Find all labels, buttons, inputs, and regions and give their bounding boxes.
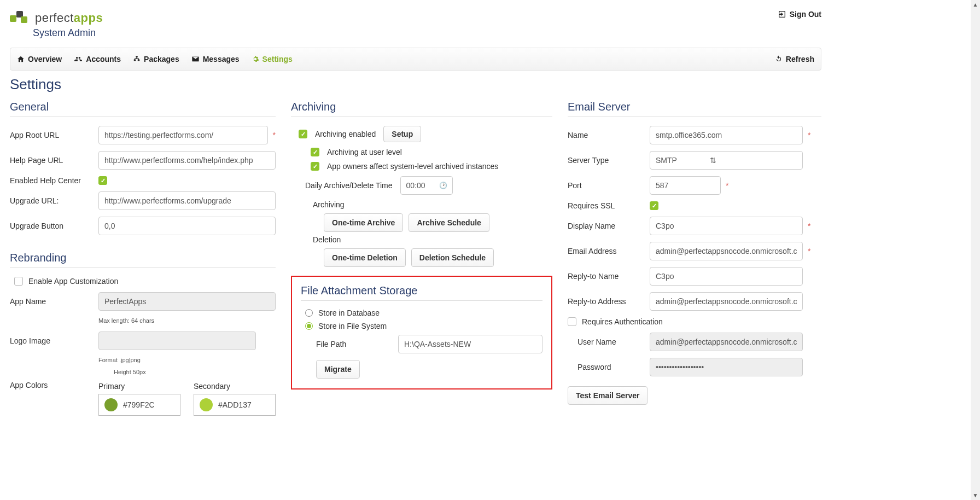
migrate-button[interactable]: Migrate xyxy=(316,360,360,379)
navbar: Overview Accounts Packages Messages Sett… xyxy=(10,48,821,71)
gear-icon xyxy=(252,55,259,63)
nav-packages[interactable]: Packages xyxy=(133,55,179,63)
upgrade-button-input[interactable] xyxy=(98,217,276,235)
nav-settings[interactable]: Settings xyxy=(252,55,293,63)
file-path-input[interactable] xyxy=(398,335,542,353)
reply-address-input[interactable] xyxy=(650,292,803,311)
sitemap-icon xyxy=(133,55,141,63)
primary-color-picker[interactable]: #799F2C xyxy=(98,394,180,416)
archiving-owners-checkbox[interactable] xyxy=(311,162,319,171)
archive-schedule-button[interactable]: Archive Schedule xyxy=(409,213,489,232)
archiving-user-level-checkbox[interactable] xyxy=(311,148,319,156)
app-name-input[interactable] xyxy=(98,292,276,311)
logo-image-input[interactable] xyxy=(98,332,256,350)
port-label: Port xyxy=(568,181,650,190)
help-page-url-label: Help Page URL xyxy=(10,156,98,165)
email-name-label: Name xyxy=(568,131,650,139)
upgrade-url-label: Upgrade URL: xyxy=(10,196,98,205)
email-address-label: Email Address xyxy=(568,247,650,255)
app-root-url-label: App Root URL xyxy=(10,131,98,139)
scroll-down-arrow[interactable]: ▼ xyxy=(971,491,980,500)
app-name-label: App Name xyxy=(10,297,98,306)
deletion-schedule-button[interactable]: Deletion Schedule xyxy=(411,248,494,267)
help-page-url-input[interactable] xyxy=(98,151,276,170)
scroll-up-arrow[interactable]: ▲ xyxy=(971,0,980,9)
requires-ssl-checkbox[interactable] xyxy=(650,201,658,210)
display-name-input[interactable] xyxy=(650,217,803,235)
store-in-filesystem-label: Store in File System xyxy=(318,322,387,330)
file-attachment-storage-panel: File Attachment Storage Store in Databas… xyxy=(291,276,552,389)
sign-out-icon xyxy=(778,10,786,19)
secondary-color-picker[interactable]: #ADD137 xyxy=(194,394,276,416)
daily-archive-time-label: Daily Archive/Delete Time xyxy=(305,181,393,190)
enabled-help-label: Enabled Help Center xyxy=(10,176,98,185)
requires-auth-checkbox[interactable] xyxy=(568,317,576,326)
primary-color-swatch xyxy=(104,398,118,411)
store-in-database-label: Store in Database xyxy=(318,309,380,317)
nav-overview[interactable]: Overview xyxy=(17,55,62,63)
app-root-url-input[interactable] xyxy=(98,126,268,144)
required-marker: * xyxy=(273,131,276,139)
requires-ssl-label: Requires SSL xyxy=(568,201,650,210)
archiving-enabled-checkbox[interactable] xyxy=(299,130,307,138)
page-scrollbar[interactable]: ▲ ▼ xyxy=(971,0,980,500)
archiving-group-label: Archiving xyxy=(313,200,552,209)
user-name-label: User Name xyxy=(578,338,650,346)
refresh-button[interactable]: Refresh xyxy=(775,55,814,63)
reply-name-input[interactable] xyxy=(650,267,803,286)
brand-subtitle: System Admin xyxy=(33,27,103,39)
home-icon xyxy=(17,55,25,63)
store-in-filesystem-radio[interactable] xyxy=(305,322,313,330)
server-type-label: Server Type xyxy=(568,156,650,165)
archiving-section-title: Archiving xyxy=(291,101,552,117)
logo-format-note: Format .jpg|png xyxy=(98,357,276,363)
archiving-user-level-label: Archiving at user level xyxy=(327,148,402,156)
app-name-note: Max length: 64 chars xyxy=(98,317,276,324)
password-label: Password xyxy=(578,363,650,371)
server-type-select[interactable] xyxy=(650,151,803,170)
enabled-help-checkbox[interactable] xyxy=(98,176,107,185)
user-name-input[interactable] xyxy=(650,333,803,351)
primary-color-label: Primary xyxy=(98,382,180,391)
password-input[interactable] xyxy=(650,358,803,376)
reply-name-label: Reply-to Name xyxy=(568,272,650,281)
requires-auth-label: Requires Authentication xyxy=(582,317,663,326)
logo-height-note: Height 50px xyxy=(114,369,276,375)
port-input[interactable] xyxy=(650,176,721,195)
clock-icon: 🕑 xyxy=(439,182,447,189)
upgrade-url-input[interactable] xyxy=(98,191,276,210)
logo-image-label: Logo Image xyxy=(10,336,98,345)
archiving-enabled-label: Archiving enabled xyxy=(315,130,376,138)
one-time-archive-button[interactable]: One-time Archive xyxy=(324,213,403,232)
store-in-database-radio[interactable] xyxy=(305,309,313,317)
file-path-label: File Path xyxy=(316,340,398,348)
storage-section-title: File Attachment Storage xyxy=(301,284,542,301)
nav-messages[interactable]: Messages xyxy=(191,55,240,63)
enable-customization-checkbox[interactable] xyxy=(14,277,23,286)
envelope-icon xyxy=(191,55,200,63)
one-time-deletion-button[interactable]: One-time Deletion xyxy=(324,248,406,267)
deletion-group-label: Deletion xyxy=(313,235,552,244)
brand-name: perfectapps xyxy=(35,11,103,25)
secondary-color-label: Secondary xyxy=(194,382,276,391)
chevron-updown-icon: ⇅ xyxy=(710,156,716,165)
email-section-title: Email Server xyxy=(568,101,821,117)
refresh-icon xyxy=(775,55,783,63)
rebranding-section-title: Rebranding xyxy=(10,252,276,268)
brand: perfectapps System Admin xyxy=(10,10,103,39)
reply-address-label: Reply-to Address xyxy=(568,297,650,306)
page-title: Settings xyxy=(10,76,821,93)
email-address-input[interactable] xyxy=(650,242,803,260)
sign-out-link[interactable]: Sign Out xyxy=(778,10,821,19)
brand-logo-icon xyxy=(10,10,30,26)
test-email-server-button[interactable]: Test Email Server xyxy=(568,386,648,405)
enable-customization-label: Enable App Customization xyxy=(28,277,118,286)
archiving-setup-button[interactable]: Setup xyxy=(383,126,421,142)
archiving-owners-label: App owners affect system-level archived … xyxy=(327,162,498,171)
app-colors-label: App Colors xyxy=(10,381,98,389)
nav-accounts[interactable]: Accounts xyxy=(74,55,121,63)
email-name-input[interactable] xyxy=(650,126,803,144)
secondary-color-swatch xyxy=(200,398,213,411)
upgrade-button-label: Upgrade Button xyxy=(10,222,98,230)
general-section-title: General xyxy=(10,101,276,117)
